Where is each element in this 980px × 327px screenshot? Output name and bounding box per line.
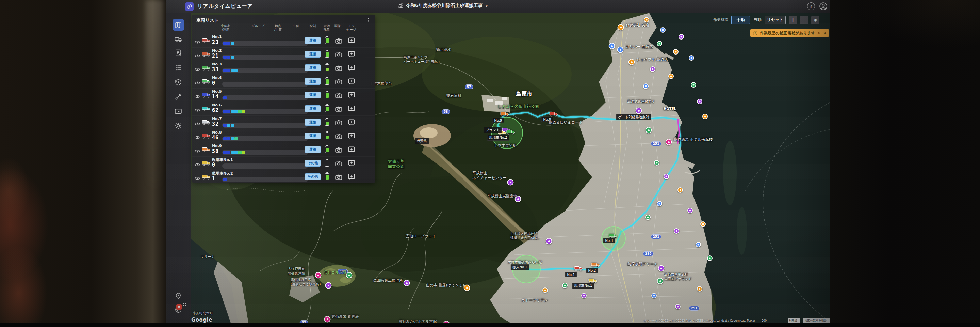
map-poi-marker[interactable] xyxy=(702,114,708,119)
visibility-eye-icon[interactable] xyxy=(194,53,200,59)
map-poi-marker[interactable] xyxy=(464,285,470,291)
vehicle-row[interactable]: No.846運搬 xyxy=(192,129,375,143)
camera-button[interactable] xyxy=(335,52,342,59)
visibility-eye-icon[interactable] xyxy=(194,66,200,73)
visibility-eye-icon[interactable] xyxy=(194,161,200,168)
camera-button[interactable] xyxy=(335,120,342,127)
message-button[interactable] xyxy=(348,119,355,127)
camera-button[interactable] xyxy=(335,161,342,167)
map-poi-marker[interactable] xyxy=(657,278,663,284)
map-poi-marker[interactable] xyxy=(644,17,649,22)
message-button[interactable] xyxy=(348,78,355,86)
zoom-out-button[interactable]: − xyxy=(800,16,808,24)
message-button[interactable] xyxy=(348,133,355,140)
camera-button[interactable] xyxy=(335,79,342,86)
panel-menu-button[interactable] xyxy=(366,18,371,24)
role-button[interactable]: 運搬 xyxy=(305,51,321,57)
project-selector[interactable]: 令和6年度赤松谷川除石土砂運搬工事 ∨ xyxy=(398,3,488,9)
map-poi-marker[interactable] xyxy=(697,99,702,104)
vehicle-row[interactable]: No.123運搬 xyxy=(192,34,375,48)
camera-button[interactable] xyxy=(335,134,342,140)
camera-button[interactable] xyxy=(335,106,342,113)
map-truck-marker[interactable] xyxy=(500,112,509,118)
map-poi-marker[interactable] xyxy=(695,242,701,247)
sidebar-item-map[interactable] xyxy=(172,19,184,31)
map-poi-marker[interactable] xyxy=(687,208,693,213)
map-poi-marker[interactable] xyxy=(666,139,672,145)
visibility-eye-icon[interactable] xyxy=(194,107,200,113)
message-button[interactable] xyxy=(348,105,355,113)
map-poi-marker[interactable] xyxy=(562,283,568,288)
map-poi-marker[interactable] xyxy=(654,160,659,166)
sidebar-item-report[interactable] xyxy=(172,47,184,59)
report-map-error-link[interactable]: 地図の誤りを報告する xyxy=(803,318,830,323)
map-poi-marker[interactable] xyxy=(628,59,635,65)
map-poi-marker[interactable] xyxy=(660,27,666,33)
vehicle-row[interactable]: No.221運搬 xyxy=(192,48,375,61)
sidebar-item-settings[interactable] xyxy=(172,120,184,131)
role-button[interactable]: 運搬 xyxy=(305,37,321,44)
account-button[interactable] xyxy=(819,2,827,10)
map-poi-marker[interactable] xyxy=(700,222,706,227)
map-truck-marker[interactable] xyxy=(609,233,617,240)
sidebar-item-dump-truck[interactable] xyxy=(172,33,184,45)
message-button[interactable] xyxy=(348,147,355,154)
sidebar-item-history[interactable] xyxy=(172,77,184,88)
map-poi-marker[interactable] xyxy=(650,66,655,72)
message-button[interactable] xyxy=(348,37,355,45)
map-poi-marker[interactable] xyxy=(315,272,321,279)
map-poi-marker[interactable] xyxy=(325,282,332,289)
message-button[interactable] xyxy=(348,160,355,167)
map-poi-marker[interactable] xyxy=(546,238,552,244)
vehicle-row[interactable]: No.958運搬 xyxy=(192,143,375,157)
map-poi-marker[interactable] xyxy=(508,179,514,186)
map-poi-marker[interactable] xyxy=(678,187,683,193)
role-button[interactable]: 運搬 xyxy=(305,146,321,153)
role-button[interactable]: 運搬 xyxy=(305,119,321,126)
map-poi-marker[interactable] xyxy=(346,272,353,279)
map-poi-marker[interactable] xyxy=(707,255,713,261)
map-poi-marker[interactable] xyxy=(617,24,624,31)
map-poi-marker[interactable] xyxy=(668,73,674,79)
camera-button[interactable] xyxy=(335,38,342,45)
map-poi-marker[interactable] xyxy=(609,43,615,49)
map-poi-marker[interactable] xyxy=(542,287,548,293)
reset-button[interactable]: リセット xyxy=(765,16,786,24)
map-poi-marker[interactable] xyxy=(673,49,679,54)
message-button[interactable] xyxy=(348,51,355,59)
role-button[interactable]: その他 xyxy=(305,173,321,180)
visibility-eye-icon[interactable] xyxy=(194,134,200,141)
map-truck-marker[interactable] xyxy=(588,278,597,285)
camera-button[interactable] xyxy=(335,65,342,72)
map-poi-marker[interactable] xyxy=(643,83,649,89)
visibility-eye-icon[interactable] xyxy=(194,39,200,45)
map-poi-marker[interactable] xyxy=(617,47,624,53)
map-poi-marker[interactable] xyxy=(657,201,662,206)
map-poi-marker[interactable] xyxy=(675,304,681,309)
vehicle-row[interactable]: 現場車No.21その他 xyxy=(192,170,375,184)
sidebar-item-list[interactable] xyxy=(172,62,184,73)
sidebar-item-location-pin[interactable] xyxy=(172,290,184,302)
map-poi-marker[interactable] xyxy=(657,41,662,46)
map-truck-marker[interactable] xyxy=(574,266,583,273)
toast-open-chevron[interactable]: ＞ xyxy=(818,31,821,35)
map-poi-marker[interactable] xyxy=(679,34,684,40)
role-button[interactable]: 運搬 xyxy=(305,105,321,112)
vehicle-row[interactable]: No.333運搬 xyxy=(192,61,375,75)
map-poi-marker[interactable] xyxy=(581,293,587,298)
vehicle-row[interactable]: No.732運搬 xyxy=(192,116,375,129)
sidebar-item-video[interactable] xyxy=(172,105,184,117)
visibility-eye-icon[interactable] xyxy=(194,121,200,127)
manual-button[interactable]: 手動 xyxy=(731,16,750,24)
locate-button[interactable]: ◉ xyxy=(811,16,819,24)
sidebar-item-route[interactable] xyxy=(172,91,184,102)
vehicle-row[interactable]: No.514運搬 xyxy=(192,89,375,102)
zoom-in-button[interactable]: + xyxy=(789,16,797,24)
message-button[interactable] xyxy=(348,92,355,99)
camera-button[interactable] xyxy=(335,174,342,181)
message-button[interactable] xyxy=(348,174,355,181)
map-poi-marker[interactable] xyxy=(324,316,331,322)
map-poi-marker[interactable] xyxy=(689,55,694,61)
camera-button[interactable] xyxy=(335,93,342,99)
role-button[interactable]: 運搬 xyxy=(305,132,321,139)
